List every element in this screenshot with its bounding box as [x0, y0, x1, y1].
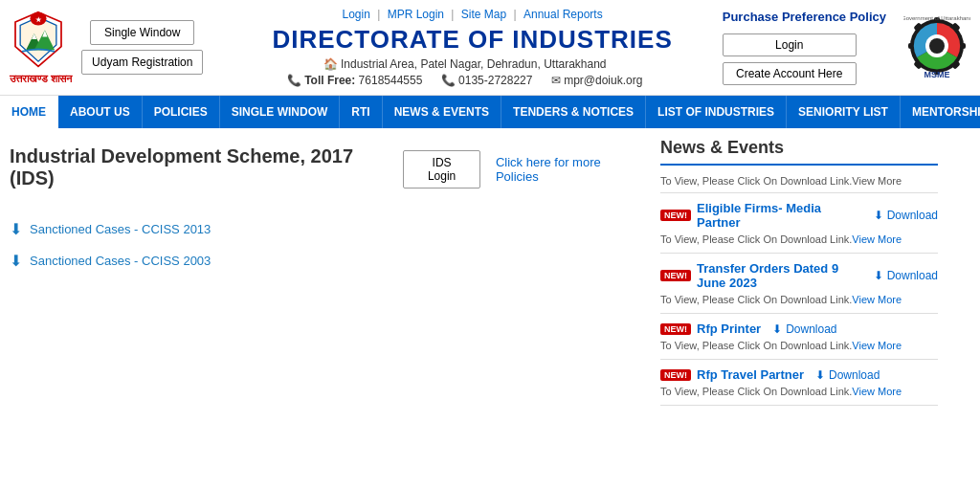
news-download-4[interactable]: ⬇ Download	[815, 368, 880, 382]
svg-text:MSME: MSME	[924, 70, 950, 79]
pp-login-button[interactable]: Login	[723, 33, 857, 56]
nav-home[interactable]: HOME	[0, 96, 58, 128]
news-view-3[interactable]: View More	[852, 340, 902, 351]
new-badge-2: NEW!	[660, 270, 691, 281]
new-badge-3: NEW!	[660, 323, 691, 335]
download-icon-1: ⬇	[10, 220, 22, 238]
pp-create-button[interactable]: Create Account Here	[723, 62, 857, 85]
emblem: ★ उत्तराखण्ड शासन	[10, 11, 72, 85]
news-link-2[interactable]: Transfer Orders Dated 9 June 2023	[697, 261, 862, 290]
news-header-3: NEW! Rfp Printer ⬇ Download	[660, 322, 938, 336]
news-download-3[interactable]: ⬇ Download	[772, 322, 836, 336]
annual-reports-link[interactable]: Annual Reports	[523, 8, 603, 21]
case-link-2[interactable]: Sanctioned Cases - CCISS 2003	[30, 254, 211, 268]
news-link-3[interactable]: Rfp Printer	[697, 322, 761, 336]
nav-list-industries[interactable]: LIST OF INDUSTRIES	[646, 96, 787, 128]
left-panel: Industrial Development Scheme, 2017 (IDS…	[10, 138, 641, 406]
news-view-1[interactable]: View More	[852, 233, 902, 245]
udyam-button[interactable]: Udyam Registration	[81, 50, 203, 75]
logo-area: ★ उत्तराखण्ड शासन	[10, 11, 72, 85]
news-download-1[interactable]: ⬇ Download	[874, 209, 938, 222]
header-links: Login | MPR Login | Site Map | Annual Re…	[232, 8, 712, 21]
nav-policies[interactable]: POLICIES	[143, 96, 220, 128]
govt-label: उत्तराखण्ड शासन	[10, 73, 72, 85]
page-title: Industrial Development Scheme, 2017 (IDS…	[10, 145, 388, 189]
sw-buttons: Single Window Udyam Registration	[81, 20, 203, 75]
nav-tenders-notices[interactable]: TENDERS & NOTICES	[501, 96, 646, 128]
site-title: DIRECTORATE OF INDUSTRIES	[232, 25, 712, 55]
new-badge-4: NEW!	[660, 369, 691, 381]
news-link-1[interactable]: Eligible Firms- Media Partner	[697, 201, 862, 230]
news-top-text: To View, Please Click On Download Link.V…	[660, 175, 938, 193]
news-desc-1: To View, Please Click On Download Link.V…	[660, 233, 938, 245]
single-window-button[interactable]: Single Window	[90, 20, 194, 45]
right-header: Purchase Preference Policy Login Create …	[723, 10, 886, 85]
news-header-1: NEW! Eligible Firms- Media Partner ⬇ Dow…	[660, 201, 938, 230]
ids-login-button[interactable]: IDS Login	[403, 150, 480, 189]
nav-mentorship[interactable]: MENTORSHIP PROGRAM	[901, 96, 980, 128]
news-header-2: NEW! Transfer Orders Dated 9 June 2023 ⬇…	[660, 261, 938, 290]
news-item-1: NEW! Eligible Firms- Media Partner ⬇ Dow…	[660, 193, 938, 254]
login-link[interactable]: Login	[342, 8, 369, 21]
download-icon-2: ⬇	[10, 252, 22, 270]
site-map-link[interactable]: Site Map	[461, 8, 506, 21]
nav-about[interactable]: ABOUT US	[58, 96, 143, 128]
news-title: News & Events	[660, 138, 938, 166]
news-link-4[interactable]: Rfp Travel Partner	[697, 367, 804, 382]
nav-news-events[interactable]: NEWS & EVENTS	[383, 96, 501, 128]
contact-info: 📞 Toll Free: 7618544555 📞 0135-2728227 ✉…	[232, 74, 712, 87]
news-desc-2: To View, Please Click On Download Link.V…	[660, 294, 938, 305]
svg-point-19	[929, 38, 945, 54]
news-item-4: NEW! Rfp Travel Partner ⬇ Download To Vi…	[660, 360, 938, 406]
list-item: ⬇ Sanctioned Cases - CCISS 2013	[10, 220, 641, 238]
case-link-1[interactable]: Sanctioned Cases - CCISS 2013	[30, 222, 211, 236]
news-item-2: NEW! Transfer Orders Dated 9 June 2023 ⬇…	[660, 254, 938, 314]
list-item: ⬇ Sanctioned Cases - CCISS 2003	[10, 252, 641, 270]
news-desc-3: To View, Please Click On Download Link.V…	[660, 340, 938, 351]
mpr-login-link[interactable]: MPR Login	[388, 8, 444, 21]
new-badge-1: NEW!	[660, 210, 691, 221]
nav-single-window[interactable]: SINGLE WINDOW	[220, 96, 341, 128]
site-address: 🏠 Industrial Area, Patel Nagar, Dehradun…	[232, 57, 712, 71]
right-panel: News & Events To View, Please Click On D…	[660, 138, 938, 406]
pp-title: Purchase Preference Policy	[723, 10, 886, 24]
policy-link[interactable]: Click here for more Policies	[496, 155, 641, 184]
news-view-4[interactable]: View More	[852, 386, 902, 397]
navbar: HOME ABOUT US POLICIES SINGLE WINDOW RTI…	[0, 96, 980, 128]
ids-row: Industrial Development Scheme, 2017 (IDS…	[10, 138, 641, 201]
center-header: Login | MPR Login | Site Map | Annual Re…	[232, 8, 712, 87]
news-download-2[interactable]: ⬇ Download	[874, 269, 938, 282]
news-view-2[interactable]: View More	[852, 294, 902, 305]
nav-rti[interactable]: RTI	[340, 96, 382, 128]
msme-logo: MSME Government of Uttarakhand	[903, 12, 970, 79]
news-header-4: NEW! Rfp Travel Partner ⬇ Download	[660, 367, 938, 382]
header: ★ उत्तराखण्ड शासन Single Window Udyam Re…	[0, 0, 980, 96]
svg-text:Government of Uttarakhand: Government of Uttarakhand	[903, 15, 970, 21]
nav-seniority-list[interactable]: SENIORITY LIST	[787, 96, 901, 128]
main-content: Industrial Development Scheme, 2017 (IDS…	[0, 128, 980, 415]
news-desc-4: To View, Please Click On Download Link.V…	[660, 386, 938, 397]
svg-text:★: ★	[35, 16, 42, 23]
msme-logo-area: MSME Government of Uttarakhand	[903, 12, 970, 82]
news-item-3: NEW! Rfp Printer ⬇ Download To View, Ple…	[660, 314, 938, 360]
